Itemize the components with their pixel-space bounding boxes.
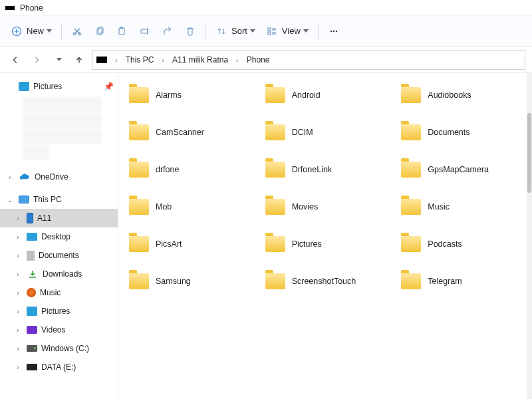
expand-icon[interactable]: › — [13, 233, 23, 241]
folder-label: DrfoneLink — [292, 165, 332, 174]
folder-item[interactable]: drfone — [125, 157, 255, 182]
folder-item[interactable]: Telegram — [397, 269, 527, 294]
folder-icon — [129, 273, 149, 289]
cloud-icon — [19, 171, 31, 183]
folder-label: PicsArt — [156, 239, 182, 249]
breadcrumb[interactable]: › This PC › A11 milik Ratna › Phone — [92, 50, 525, 70]
svg-point-11 — [333, 30, 334, 31]
chevron-right-icon: › — [115, 56, 118, 64]
folder-icon — [265, 273, 285, 289]
desktop-icon — [27, 233, 37, 241]
cut-icon — [71, 25, 83, 37]
copy-icon — [94, 25, 106, 37]
expand-icon[interactable]: › — [13, 252, 23, 259]
folder-item[interactable]: Audiobooks — [397, 82, 527, 108]
view-button[interactable]: View — [261, 21, 314, 42]
more-button[interactable] — [323, 21, 345, 42]
expand-icon[interactable]: › — [13, 308, 23, 315]
cut-button[interactable] — [66, 21, 88, 42]
scrollbar[interactable] — [527, 73, 532, 399]
drive-icon — [27, 345, 37, 352]
delete-button[interactable] — [179, 21, 201, 42]
up-button[interactable] — [70, 51, 88, 68]
breadcrumb-item[interactable]: A11 milik Ratna — [172, 55, 228, 65]
chevron-right-icon: › — [162, 56, 164, 64]
folder-label: Telegram — [428, 277, 462, 286]
sort-button[interactable]: Sort — [210, 21, 261, 42]
folder-item[interactable]: PicsArt — [125, 231, 255, 257]
folder-label: Music — [428, 202, 450, 211]
collapse-icon[interactable]: ⌄ — [5, 196, 15, 203]
main-pane[interactable]: AlarmsAndroidAudiobooksCamScannerDCIMDoc… — [118, 73, 532, 399]
toolbar: New Sort — [0, 16, 532, 47]
folder-item[interactable]: CamScanner — [125, 120, 255, 145]
breadcrumb-item[interactable]: This PC — [126, 55, 154, 65]
sidebar-item-desktop[interactable]: › Desktop — [0, 227, 118, 246]
plus-icon — [11, 25, 23, 37]
expand-icon[interactable]: › — [5, 174, 15, 181]
folder-item[interactable]: Mob — [125, 194, 255, 219]
folder-item[interactable]: Android — [261, 82, 391, 108]
sidebar-item-onedrive[interactable]: › OneDrive — [0, 168, 118, 186]
sidebar-item-pictures[interactable]: Pictures 📌 — [0, 77, 118, 96]
videos-icon — [27, 326, 37, 334]
expand-icon[interactable]: › — [13, 345, 23, 352]
new-button[interactable]: New — [5, 21, 57, 42]
chevron-down-icon — [57, 58, 62, 61]
folder-item[interactable]: ScreenshotTouch — [261, 269, 391, 294]
phone-icon — [27, 213, 33, 223]
expand-icon[interactable]: › — [13, 327, 23, 334]
paste-button[interactable] — [111, 21, 134, 42]
expand-icon[interactable]: › — [13, 364, 23, 371]
share-button[interactable] — [156, 21, 179, 42]
sort-icon — [215, 25, 227, 37]
chevron-down-icon — [250, 29, 255, 33]
folder-item[interactable]: Podcasts — [397, 231, 527, 257]
recent-button[interactable] — [49, 51, 66, 68]
folder-item[interactable]: Pictures — [261, 231, 391, 257]
folder-item[interactable]: GpsMapCamera — [397, 157, 527, 182]
sidebar-item-downloads[interactable]: › Downloads — [0, 265, 118, 283]
folder-label: Android — [292, 90, 321, 100]
breadcrumb-item[interactable]: Phone — [247, 55, 270, 65]
svg-rect-7 — [141, 29, 148, 33]
sidebar[interactable]: Pictures 📌 › OneDrive ⌄ This PC › A11 › — [0, 73, 118, 399]
folder-label: DCIM — [292, 128, 313, 137]
folder-icon — [129, 87, 149, 103]
forward-button[interactable] — [28, 51, 45, 68]
back-button[interactable] — [7, 51, 24, 68]
sidebar-item-ddrive[interactable]: › DATA (E:) — [0, 358, 118, 376]
pictures-icon — [27, 307, 37, 316]
sidebar-item-cdrive[interactable]: › Windows (C:) — [0, 339, 118, 358]
sidebar-item-thispc[interactable]: ⌄ This PC — [0, 190, 118, 209]
expand-icon[interactable]: › — [13, 215, 23, 222]
expand-icon[interactable]: › — [13, 271, 23, 278]
sidebar-item-music[interactable]: › Music — [0, 283, 118, 302]
folder-item[interactable]: Music — [397, 194, 527, 219]
scrollbar-thumb[interactable] — [527, 113, 531, 193]
sidebar-label: Windows (C:) — [41, 344, 114, 353]
sidebar-item-pictures-sub[interactable]: › Pictures — [0, 302, 118, 321]
folder-label: Audiobooks — [428, 90, 471, 100]
sidebar-item-documents[interactable]: › Documents — [0, 246, 118, 265]
expand-icon[interactable]: › — [13, 289, 23, 297]
folder-item[interactable]: Movies — [261, 194, 391, 219]
sidebar-item-a11[interactable]: › A11 — [0, 209, 118, 227]
body: Pictures 📌 › OneDrive ⌄ This PC › A11 › — [0, 73, 532, 399]
chevron-down-icon — [303, 29, 309, 33]
copy-button[interactable] — [88, 21, 111, 42]
share-icon — [162, 25, 174, 37]
folder-icon — [401, 199, 421, 215]
sidebar-label: Pictures — [33, 82, 100, 91]
svg-rect-3 — [97, 29, 102, 35]
folder-label: Podcasts — [428, 239, 462, 249]
rename-button[interactable] — [134, 21, 156, 42]
folder-item[interactable]: Alarms — [125, 82, 255, 108]
folder-item[interactable]: DCIM — [261, 120, 391, 145]
sidebar-item-videos[interactable]: › Videos — [0, 321, 118, 339]
folder-item[interactable]: Documents — [397, 120, 527, 145]
trash-icon — [184, 25, 196, 37]
folder-label: CamScanner — [156, 128, 204, 137]
folder-item[interactable]: DrfoneLink — [261, 157, 391, 182]
folder-item[interactable]: Samsung — [125, 269, 255, 294]
